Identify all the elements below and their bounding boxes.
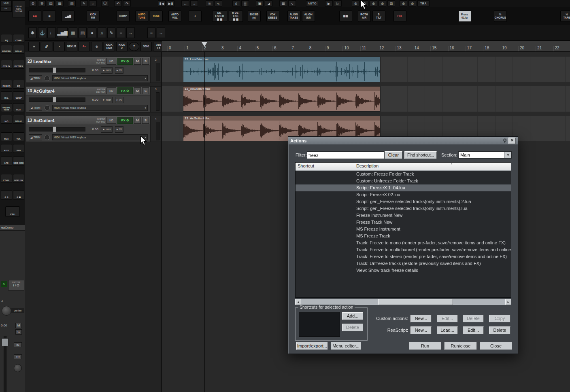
custom-delete-button[interactable]: Delete xyxy=(463,315,484,322)
midi-input-selector[interactable]: MIDI: Virtual MIDI keyboa ▾ xyxy=(52,75,148,81)
headphones-icon[interactable]: ◑ xyxy=(53,42,65,51)
automation-mode-button[interactable]: AUTO xyxy=(306,0,318,6)
sidebar-fx-button[interactable]: CTHUL xyxy=(1,174,12,183)
sidebar-fx-button[interactable]: DELAY xyxy=(13,45,24,54)
sidebar-fx-button[interactable]: REVERB xyxy=(1,45,12,54)
stairs-icon[interactable]: ▞ xyxy=(41,42,52,51)
matrix-icon[interactable]: ▦ xyxy=(279,0,287,6)
action-row[interactable]: Script: gen_Freeze selected tracks(only … xyxy=(296,198,511,205)
custom-copy-button[interactable]: Copy xyxy=(489,315,510,322)
edit-cursor-marker[interactable] xyxy=(202,42,207,47)
fader-handle[interactable] xyxy=(53,126,56,132)
info-icon[interactable]: ⓘ xyxy=(101,0,109,6)
close-button[interactable]: Close xyxy=(480,342,512,350)
sidebar-fx-button[interactable]: DELAY xyxy=(13,115,24,124)
record-arm-button[interactable] xyxy=(45,76,50,81)
snap-icon[interactable]: ♯ xyxy=(232,0,240,6)
filter-input[interactable] xyxy=(307,151,385,159)
reacomp-tab[interactable]: eaComp xyxy=(0,225,25,230)
track-name[interactable]: AcGuitar4 xyxy=(33,118,55,123)
action-row[interactable]: Custom: Freeze Folder Track xyxy=(296,171,511,178)
master-solo-button[interactable]: S xyxy=(15,329,22,335)
pin-icon[interactable]: ⚲ xyxy=(503,138,507,144)
action-row[interactable]: MS Freeze Instrument xyxy=(296,226,511,233)
bypass-icon[interactable]: ⊘ xyxy=(28,42,40,51)
sidebar-fx-button[interactable]: R.C. xyxy=(1,91,12,100)
action-row[interactable]: Freeze Track New xyxy=(296,219,511,226)
action-row[interactable]: Freeze Instrument New xyxy=(296,212,511,219)
menu-editor-button[interactable]: Menu editor... xyxy=(331,342,361,350)
auto-tune-button[interactable]: AUTO TUNE xyxy=(135,11,148,22)
record-arm-button[interactable] xyxy=(45,135,50,140)
input-button[interactable]: ▸IN xyxy=(115,67,123,74)
action-row[interactable]: Custom: Unfreeze Folder Track xyxy=(296,178,511,184)
sidebar-fx-button[interactable]: COMP xyxy=(13,91,24,100)
mute-button[interactable]: M xyxy=(134,58,141,65)
monitor-button[interactable]: ►nter xyxy=(101,126,113,133)
drum-inst-guitar-button[interactable]: DRUM INSTL GUITAR xyxy=(12,0,25,17)
redo-icon[interactable]: ↷ xyxy=(123,0,131,6)
custom-new-button[interactable]: New... xyxy=(410,315,432,322)
scroll-right-icon[interactable]: ▸ xyxy=(505,299,511,305)
sidebar-fx-button[interactable]: COMP. xyxy=(13,34,24,43)
settings-icon[interactable]: ⚙ xyxy=(29,0,37,6)
nexus-button[interactable]: NEXUS xyxy=(66,42,77,51)
scrollbar-thumb[interactable] xyxy=(378,299,453,305)
item-properties-icon[interactable]: ▣ xyxy=(256,0,264,6)
layout-icon[interactable]: ▥ xyxy=(68,0,76,6)
sidebar-fx-button[interactable]: EQ xyxy=(1,34,12,43)
play-icon[interactable]: ▶ xyxy=(325,0,333,6)
comp-button[interactable]: COMP. xyxy=(117,11,130,22)
section-select[interactable]: Main ▼ xyxy=(458,151,512,159)
mute-button[interactable]: M xyxy=(134,117,141,124)
vox-deess-button[interactable]: VOX DEESS xyxy=(266,11,279,22)
auto-vol-button[interactable]: AUTO VOL xyxy=(168,11,181,22)
kick-2-button[interactable]: KICK 2 xyxy=(116,42,128,51)
volume-fader[interactable] xyxy=(29,97,85,102)
run-button[interactable]: Run xyxy=(409,342,441,350)
eq-bars-icon[interactable]: ▂▅▇ xyxy=(62,11,74,22)
sidebar-fx-button[interactable]: VALHAL VERB xyxy=(1,103,12,112)
fader-icon[interactable]: ≡ xyxy=(147,28,156,38)
import-export-button[interactable]: Import/export... xyxy=(296,342,328,350)
arrow-icon[interactable]: → xyxy=(157,28,165,38)
fx1-button[interactable]: FX1 xyxy=(393,11,406,22)
horizontal-scrollbar[interactable]: ◂ ▸ xyxy=(295,299,511,305)
scroll-left-icon[interactable]: ◂ xyxy=(295,299,301,305)
sidebar-fx-button[interactable]: LFO xyxy=(1,157,12,165)
route-icon[interactable]: → xyxy=(126,28,135,38)
trim-button[interactable]: ◢TRIM xyxy=(29,105,42,111)
master-fx-button[interactable]: X xyxy=(1,281,7,287)
solo-button[interactable]: S xyxy=(142,117,149,124)
kick-fr-button[interactable]: KICK F.R xyxy=(87,11,100,22)
column-description[interactable]: Description ∧ xyxy=(354,163,511,170)
action-row[interactable]: Script: FreezeX 02.lua xyxy=(296,191,511,198)
sidebar-fx-button[interactable]: VOL xyxy=(13,132,24,141)
sidebar-fx-button[interactable]: BOX xyxy=(1,132,12,141)
track-name[interactable]: AcGuitar4 xyxy=(33,89,55,93)
fade-icon[interactable]: ◢ xyxy=(265,0,272,6)
add-icon-3[interactable]: ⊕ xyxy=(370,0,377,6)
sidebar-fx-button[interactable]: ✳ ▦ xyxy=(13,191,24,199)
save-icon[interactable]: ▤ xyxy=(47,0,55,6)
delete-shortcut-button[interactable]: Delete xyxy=(342,324,363,331)
mixer-icon[interactable]: ≡ xyxy=(117,28,125,38)
keyboard-icon[interactable]: ▦ xyxy=(69,28,77,38)
action-row[interactable]: Track: Freeze to mono (render pre-fader,… xyxy=(296,239,511,246)
sidebar-fx-button[interactable]: OBELISK xyxy=(13,174,24,183)
master-mute-button[interactable]: M xyxy=(15,323,22,328)
column-shortcut[interactable]: Shortcut xyxy=(296,163,354,170)
draw-icon[interactable]: ✎ xyxy=(107,28,116,38)
tape-button[interactable]: ⅓ TAPE xyxy=(560,11,570,22)
reascript-delete-button[interactable]: Delete xyxy=(489,326,510,334)
keys-icon[interactable]: ▦▦ xyxy=(339,11,352,22)
fx-button[interactable]: FX⊙ xyxy=(117,58,133,65)
sidebar-fx-button[interactable]: DNS EQ xyxy=(1,80,12,89)
input-button[interactable]: ▸IN xyxy=(115,126,123,133)
master-input-button[interactable]: IN xyxy=(14,342,22,347)
io-button[interactable]: I/O xyxy=(106,87,116,94)
add-icon-2[interactable]: ⊕ xyxy=(361,0,368,6)
reascript-edit-button[interactable]: Edit... xyxy=(463,326,484,334)
sidebar-fx-button[interactable]: SIDE KICK xyxy=(13,157,24,165)
kick-rmx-button[interactable]: KICK RMX xyxy=(104,42,115,51)
